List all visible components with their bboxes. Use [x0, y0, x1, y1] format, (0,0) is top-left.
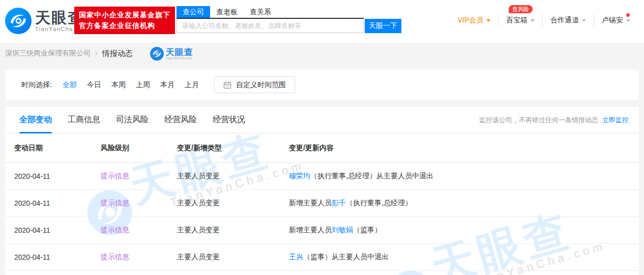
category-tabs: 全部变动工商信息司法风险经营风险经营状况	[19, 107, 261, 133]
time-filter-card: 时间选择: 全部今日本周上周本月上月 自定义时间范围	[5, 70, 639, 100]
nav-item-label: 合作通道	[550, 16, 579, 25]
tianyancha-swirl-icon	[5, 8, 32, 34]
cell-change-type: 主要人员变更	[177, 226, 289, 235]
table-header-row: 变动日期风险级别变更/新增类型变更/更新内容	[5, 133, 639, 163]
cell-change-content: 王兴（监事）从主要人员中退出	[289, 253, 639, 262]
tab-3[interactable]: 经营风险	[164, 107, 197, 133]
tab-4[interactable]: 经营状况	[213, 107, 245, 133]
tab-2[interactable]: 司法风险	[116, 107, 149, 133]
time-filter-label: 时间选择:	[21, 80, 52, 90]
column-header-2: 变更/新增类型	[177, 144, 289, 153]
custom-time-range-label: 自定义时间范围	[236, 80, 286, 90]
time-option-0[interactable]: 全部	[63, 80, 77, 90]
cell-date: 2020-04-11	[14, 199, 101, 207]
cell-risk-level: 提示信息	[101, 172, 177, 181]
column-header-3: 变更/更新内容	[289, 144, 639, 153]
cell-risk-level: 提示信息	[101, 199, 177, 208]
cell-change-type: 主要人员变更	[177, 253, 289, 262]
chevron-down-icon	[531, 19, 535, 22]
table-row: 2020-04-11提示信息主要人员变更新增主要人员刘敏娟（监事）	[5, 217, 639, 244]
notification-dot	[626, 13, 630, 17]
official-slogan-banner: 国家中小企业发展基金旗下 官方备案企业征信机构	[74, 7, 175, 34]
search-tabs: 查公司查老板查关系	[177, 6, 364, 19]
search-tab-1[interactable]: 查老板	[210, 6, 244, 18]
breadcrumb-tianyancha-logo: 天眼查 TianYanCha.com	[150, 47, 193, 61]
cell-change-content: 穆荣均（执行董事,总经理）从主要人员中退出	[289, 172, 639, 181]
chevron-down-icon	[486, 19, 490, 22]
cell-risk-level: 提示信息	[101, 253, 177, 262]
time-option-3[interactable]: 上周	[136, 80, 150, 90]
header-search: 查公司查老板查关系 天眼一下	[177, 6, 401, 33]
nav-item-label: 卢锡安	[602, 16, 623, 25]
monitor-hint: 监控该公司，不再错过任何一条情报动态	[479, 116, 598, 125]
category-tabbar: 全部变动工商信息司法风险经营风险经营状况 监控该公司，不再错过任何一条情报动态 …	[5, 107, 639, 133]
breadcrumb-current-page: 情报动态	[102, 49, 133, 59]
tianyancha-swirl-icon	[150, 47, 164, 61]
person-link[interactable]: 刘敏娟	[332, 226, 353, 234]
table-row: 2020-04-11提示信息主要人员变更新增主要人员彭千（执行董事,总经理）	[5, 190, 639, 217]
time-option-4[interactable]: 本月	[160, 80, 174, 90]
monitor-area: 监控该公司，不再错过任何一条情报动态 立即监控	[479, 116, 629, 125]
risk-check-badge: 查风险	[509, 5, 533, 13]
cell-risk-level: 提示信息	[101, 226, 177, 235]
time-filter-options: 全部今日本周上周本月上月	[63, 80, 209, 90]
chevron-down-icon	[582, 19, 586, 22]
nav-item-label: 百宝箱	[506, 16, 528, 25]
table-row: 2020-04-11提示信息主要人员变更王兴（监事）从主要人员中退出	[5, 244, 639, 271]
tab-0[interactable]: 全部变动	[19, 107, 52, 133]
breadcrumb-company-link[interactable]: 深圳三快商业保理有限公司	[5, 49, 91, 58]
site-header: 天眼查 TianYanCha.com 国家中小企业发展基金旗下 官方备案企业征信…	[0, 0, 644, 43]
cell-change-content: 新增主要人员刘敏娟（监事）	[289, 226, 639, 235]
chevron-down-icon	[626, 19, 630, 22]
time-option-5[interactable]: 上月	[185, 80, 199, 90]
monitor-now-link[interactable]: 立即监控	[602, 116, 629, 125]
nav-item-label: VIP会员	[457, 16, 483, 25]
column-header-1: 风险级别	[101, 144, 177, 153]
time-option-2[interactable]: 本周	[111, 80, 126, 90]
content-text: 新增主要人员	[289, 199, 332, 207]
cell-date: 2020-04-11	[14, 253, 101, 261]
content-text: （监事）从主要人员中退出	[303, 253, 389, 261]
content-text: （监事）	[353, 226, 382, 234]
header-nav-item-1[interactable]: 查风险百宝箱	[498, 14, 542, 27]
header-nav-item-0[interactable]: VIP会员	[450, 14, 498, 27]
person-link[interactable]: 王兴	[289, 253, 303, 261]
person-link[interactable]: 穆荣均	[289, 172, 310, 180]
content-text: （执行董事,总经理）	[346, 199, 412, 207]
search-tab-2[interactable]: 查关系	[244, 6, 277, 18]
cell-date: 2020-04-11	[14, 226, 101, 234]
header-nav-item-2[interactable]: 合作通道	[542, 14, 594, 27]
search-tab-0[interactable]: 查公司	[177, 6, 210, 18]
table-body: 2020-04-11提示信息主要人员变更穆荣均（执行董事,总经理）从主要人员中退…	[5, 163, 639, 271]
intel-feed-card: 天眼查 TianYanCha.com 天眼查 TianYanCha.com 全部…	[5, 107, 639, 275]
breadcrumb: 深圳三快商业保理有限公司 › 情报动态 天眼查 TianYanCha.com	[0, 43, 644, 70]
breadcrumb-separator: ›	[95, 49, 98, 57]
brand-name: 天眼查	[166, 48, 193, 57]
search-button[interactable]: 天眼一下	[365, 19, 401, 33]
cell-change-content: 新增主要人员彭千（执行董事,总经理）	[289, 199, 639, 208]
person-link[interactable]: 彭千	[332, 199, 346, 207]
custom-time-range-button[interactable]: 自定义时间范围	[214, 76, 295, 93]
header-nav: VIP会员查风险百宝箱合作通道卢锡安	[450, 14, 638, 27]
time-option-1[interactable]: 今日	[87, 80, 101, 90]
cell-change-type: 主要人员变更	[177, 199, 289, 208]
calendar-icon	[223, 81, 231, 89]
tab-1[interactable]: 工商信息	[68, 107, 100, 133]
slogan-line-1: 国家中小企业发展基金旗下	[79, 10, 170, 20]
cell-date: 2020-04-11	[14, 172, 101, 180]
slogan-line-2: 官方备案企业征信机构	[79, 20, 170, 31]
column-header-0: 变动日期	[14, 144, 101, 153]
header-nav-item-3[interactable]: 卢锡安	[594, 14, 638, 27]
content-text: （执行董事,总经理）从主要人员中退出	[310, 172, 433, 180]
cell-change-type: 主要人员变更	[177, 172, 289, 181]
content-text: 新增主要人员	[289, 226, 332, 234]
table-row: 2020-04-11提示信息主要人员变更穆荣均（执行董事,总经理）从主要人员中退…	[5, 163, 639, 190]
brand-domain: TianYanCha.com	[166, 57, 193, 60]
search-input[interactable]	[177, 19, 364, 33]
